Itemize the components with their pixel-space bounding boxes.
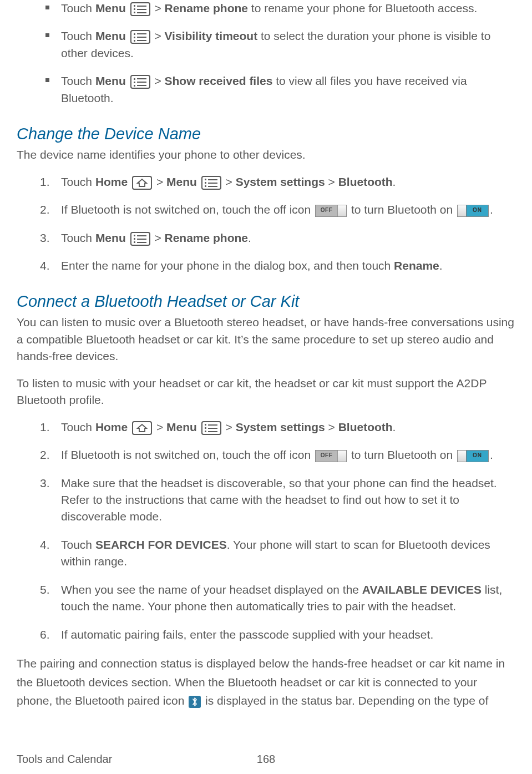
list-item: Make sure that the headset is discoverab… (61, 475, 515, 525)
menu-label: Menu (95, 74, 126, 87)
text: Touch (61, 29, 95, 42)
menu-label: Menu (95, 2, 126, 14)
list-item: Touch Home > Menu > System settings > Bl… (61, 174, 515, 190)
footer-title: Tools and Calendar (17, 751, 112, 767)
action-label: Show received files (164, 74, 272, 87)
home-label: Home (95, 421, 128, 433)
text: Touch (61, 2, 95, 14)
action-label: Rename phone (164, 2, 248, 14)
text: to select the duration your phone is vis… (61, 29, 490, 59)
menu-icon (130, 30, 150, 44)
text: Make sure that the headset is discoverab… (61, 477, 497, 523)
text: > (151, 74, 165, 87)
menu-label: Menu (166, 175, 197, 188)
text: . (248, 231, 251, 244)
text: Touch (61, 421, 95, 433)
text: Touch (61, 175, 95, 188)
menu-icon (130, 75, 150, 89)
text: > (153, 421, 166, 433)
on-label: ON (467, 206, 488, 215)
bluetooth-label: Bluetooth (338, 175, 393, 188)
bluetooth-label: Bluetooth (338, 421, 393, 433)
action-label: SEARCH FOR DEVICES (95, 538, 227, 551)
list-item: Touch Menu > Visibility timeout to selec… (61, 28, 515, 62)
text: > (325, 175, 338, 188)
off-switch-icon: OFF (315, 205, 347, 217)
text: to turn Bluetooth on (348, 448, 456, 461)
text: If Bluetooth is not switched on, touch t… (61, 203, 314, 216)
on-switch-icon: ON (457, 450, 489, 462)
text: . (490, 448, 493, 461)
list-item: If Bluetooth is not switched on, touch t… (61, 201, 515, 218)
text: Enter the name for your phone in the dia… (61, 259, 394, 272)
section-heading: Connect a Bluetooth Headset or Car Kit (17, 290, 515, 313)
ordered-list: Touch Home > Menu > System settings > Bl… (17, 174, 515, 275)
list-item: When you see the name of your headset di… (61, 581, 515, 615)
menu-label: Menu (95, 231, 126, 244)
action-label: Visibility timeout (164, 29, 257, 42)
text: > (151, 2, 165, 14)
text: > (325, 421, 338, 433)
section-heading: Change the Device Name (17, 122, 515, 145)
menu-label: Menu (166, 421, 197, 433)
settings-label: System settings (236, 175, 325, 188)
text: Touch (61, 538, 95, 551)
text: is displayed in the status bar. Dependin… (202, 694, 488, 707)
menu-icon (201, 421, 221, 435)
list-item: If Bluetooth is not switched on, touch t… (61, 447, 515, 463)
page-footer: Tools and Calendar 168 (17, 751, 515, 767)
home-label: Home (95, 175, 128, 188)
text: If automatic pairing fails, enter the pa… (61, 628, 433, 641)
menu-icon (130, 232, 150, 246)
action-label: Rename phone (164, 231, 248, 244)
off-switch-icon: OFF (315, 450, 347, 462)
settings-label: System settings (236, 421, 325, 433)
list-item: Touch Menu > Rename phone. (61, 230, 515, 246)
list-item: Touch Home > Menu > System settings > Bl… (61, 419, 515, 436)
list-item: If automatic pairing fails, enter the pa… (61, 626, 515, 643)
text: . (393, 421, 396, 433)
text: . (490, 203, 493, 216)
list-item: Touch Menu > Show received files to view… (61, 73, 515, 107)
home-icon (132, 421, 152, 435)
text: > (151, 29, 165, 42)
text: to turn Bluetooth on (348, 203, 456, 216)
intro-text: The device name identifies your phone to… (17, 146, 515, 163)
bullet-list: Touch Menu > Rename phone to rename your… (17, 0, 515, 107)
list-item: Touch Menu > Rename phone to rename your… (61, 0, 515, 17)
on-label: ON (467, 452, 488, 460)
menu-icon (201, 176, 221, 190)
document-page: Touch Menu > Rename phone to rename your… (0, 0, 532, 774)
outro-text: The pairing and connection status is dis… (17, 654, 515, 710)
menu-icon (130, 2, 150, 16)
intro-text: You can listen to music over a Bluetooth… (17, 314, 515, 365)
off-label: OFF (316, 206, 337, 215)
ordered-list: Touch Home > Menu > System settings > Bl… (17, 419, 515, 643)
action-label: AVAILABLE DEVICES (362, 583, 482, 596)
home-icon (132, 176, 152, 190)
bluetooth-icon (189, 696, 201, 708)
action-label: Rename (394, 259, 439, 272)
text: . (393, 175, 396, 188)
text: > (222, 175, 236, 188)
menu-label: Menu (95, 29, 126, 42)
on-switch-icon: ON (457, 205, 489, 217)
text: . (439, 259, 443, 272)
text: > (222, 421, 236, 433)
page-number: 168 (257, 751, 275, 767)
text: When you see the name of your headset di… (61, 583, 362, 596)
list-item: Enter the name for your phone in the dia… (61, 257, 515, 274)
text: Touch (61, 74, 95, 87)
off-label: OFF (316, 452, 337, 460)
text: If Bluetooth is not switched on, touch t… (61, 448, 314, 461)
text: > (151, 231, 165, 244)
intro-text: To listen to music with your headset or … (17, 375, 515, 409)
text: Touch (61, 231, 95, 244)
text: > (153, 175, 166, 188)
list-item: Touch SEARCH FOR DEVICES. Your phone wil… (61, 537, 515, 570)
text: to rename your phone for Bluetooth acces… (248, 2, 477, 14)
